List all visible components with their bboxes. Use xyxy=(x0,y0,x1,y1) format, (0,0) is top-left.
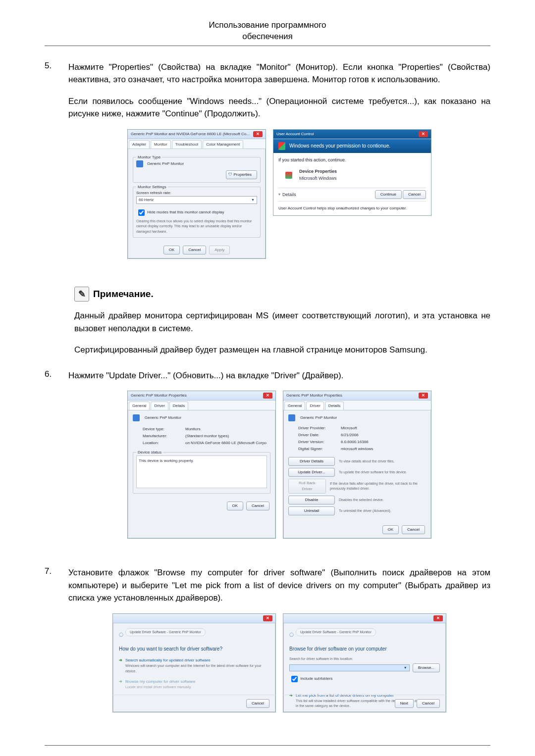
next-button[interactable]: Next xyxy=(395,699,414,708)
uac-details-label[interactable]: Details xyxy=(282,192,296,199)
uac-title: User Account Control xyxy=(276,131,314,137)
monitor-settings-legend: Monitor Settings xyxy=(136,184,168,190)
monitor-icon xyxy=(288,414,295,421)
apply-button[interactable]: Apply xyxy=(209,246,230,254)
driver-provider-key: Driver Provider: xyxy=(298,425,337,431)
tab-details[interactable]: Details xyxy=(325,402,344,410)
digital-signer-key: Digital Signer: xyxy=(298,446,337,452)
cancel-button[interactable]: Cancel xyxy=(183,246,206,254)
cancel-button[interactable]: Cancel xyxy=(403,190,426,199)
back-icon[interactable]: ◯ xyxy=(119,632,123,638)
step-5: 5. Нажмите "Properties" (Свойства) на вк… xyxy=(45,61,490,272)
monitor-type-value: Generic PnP Monitor xyxy=(147,161,184,167)
note-block: ✎ Примечание. Данный драйвер монитора се… xyxy=(74,287,490,356)
step-5-figures: Generic PnP Monitor and NVIDIA GeForce 6… xyxy=(68,129,490,259)
dialog-a-titlebar: Generic PnP Monitor and NVIDIA GeForce 6… xyxy=(128,130,266,139)
uninstall-button[interactable]: Uninstall xyxy=(288,506,335,515)
tab-general[interactable]: General xyxy=(284,402,305,410)
tab-monitor[interactable]: Monitor xyxy=(151,140,171,149)
program-icon xyxy=(285,172,292,179)
back-icon[interactable]: ◯ xyxy=(289,632,294,638)
ok-button[interactable]: OK xyxy=(163,246,180,254)
properties-button[interactable]: 🛡 Properties xyxy=(226,170,257,179)
dialog-driver-tabs: General Driver Details xyxy=(283,401,431,410)
device-type-key: Device type: xyxy=(143,426,181,432)
path-dropdown[interactable]: ▼ xyxy=(289,664,410,672)
device-name: Generic PnP Monitor xyxy=(300,415,337,421)
step-6-para-1: Нажмите "Update Driver..." (Обновить...)… xyxy=(68,369,490,382)
refresh-rate-dropdown[interactable]: 60 Hertz ▼ xyxy=(136,196,257,204)
cancel-button[interactable]: Cancel xyxy=(402,525,425,534)
close-icon[interactable]: ✕ xyxy=(263,615,272,621)
page-header: Использование программного обеспечения xyxy=(45,20,490,46)
shield-icon: 🛡 xyxy=(228,172,232,177)
tab-general[interactable]: General xyxy=(129,402,150,410)
tab-driver[interactable]: Driver xyxy=(306,402,323,410)
uac-banner-text: Windows needs your permission to contion… xyxy=(289,142,390,150)
dialog-update-wizard-browse: ✕ ◯ Update Driver Software - Generic PnP… xyxy=(283,613,446,712)
dialog-monitor-advanced: Generic PnP Monitor and NVIDIA GeForce 6… xyxy=(127,129,266,259)
dialog-a-title: Generic PnP Monitor and NVIDIA GeForce 6… xyxy=(131,131,250,137)
wizard-a-buttons: Cancel xyxy=(113,695,275,712)
manufacturer-key: Manufacturer: xyxy=(143,433,181,439)
driver-provider-value: Microsoft xyxy=(341,425,357,431)
dialog-driver-pane: Generic PnP Monitor Driver Provider:Micr… xyxy=(283,410,431,521)
close-icon[interactable]: ✕ xyxy=(253,131,263,137)
step-5-para-1: Нажмите "Properties" (Свойства) на вклад… xyxy=(68,61,490,86)
shield-icon xyxy=(278,142,285,150)
cancel-button[interactable]: Cancel xyxy=(417,699,440,708)
include-subfolders-checkbox[interactable]: Include subfolders xyxy=(289,676,332,681)
cancel-button[interactable]: Cancel xyxy=(246,699,269,708)
tab-troubleshoot[interactable]: Troubleshoot xyxy=(172,140,202,149)
wizard-a-option-auto[interactable]: ➔ Search automatically for updated drive… xyxy=(119,657,269,674)
driver-date-value: 6/21/2006 xyxy=(341,432,359,438)
roll-back-driver-button[interactable]: Roll Back Driver xyxy=(288,479,326,494)
driver-details-button[interactable]: Driver Details xyxy=(288,457,335,466)
chevron-down-icon: ▾ xyxy=(278,192,280,198)
disable-button[interactable]: Disable xyxy=(288,496,335,504)
close-icon[interactable]: ✕ xyxy=(433,615,443,621)
wizard-a-question: How do you want to search for driver sof… xyxy=(119,645,269,653)
dialog-a-pane: Monitor Type Generic PnP Monitor xyxy=(128,149,266,242)
step-7-para-1: Установите флажок "Browse my computer fo… xyxy=(68,566,490,605)
continue-button[interactable]: Continue xyxy=(375,190,402,199)
close-icon[interactable]: ✕ xyxy=(263,393,272,399)
note-para-1: Данный драйвер монитора сертифицирован M… xyxy=(74,309,490,335)
ok-button[interactable]: OK xyxy=(382,525,399,534)
close-icon[interactable]: ✕ xyxy=(419,131,428,137)
tab-adapter[interactable]: Adapter xyxy=(129,140,150,149)
close-icon[interactable]: ✕ xyxy=(419,393,428,399)
hide-modes-checkbox-input[interactable] xyxy=(138,209,145,216)
wizard-a-option-browse-title: Browse my computer for driver software xyxy=(125,679,195,685)
browse-button[interactable]: Browse... xyxy=(413,663,440,672)
tab-color-management[interactable]: Color Management xyxy=(203,140,243,149)
device-status-text: This device is working properly. xyxy=(139,458,194,463)
driver-details-text: To view details about the driver files. xyxy=(339,459,394,464)
hide-modes-description: Clearing this check box allows you to se… xyxy=(136,219,257,235)
dialog-general-pane: Generic PnP Monitor Device type:Monitors… xyxy=(128,410,275,498)
wizard-a-content: ◯ Update Driver Software - Generic PnP M… xyxy=(113,623,275,700)
tab-driver[interactable]: Driver xyxy=(151,402,168,410)
location-key: Location: xyxy=(143,440,181,446)
header-line1: Использование программного xyxy=(209,20,326,30)
dialog-a-buttons: OK Cancel Apply xyxy=(128,242,266,258)
hide-modes-checkbox[interactable]: Hide modes that this monitor cannot disp… xyxy=(136,210,224,214)
roll-back-driver-text: If the device fails after updating the d… xyxy=(330,481,426,492)
hide-modes-label: Hide modes that this monitor cannot disp… xyxy=(147,210,224,214)
cancel-button[interactable]: Cancel xyxy=(246,502,269,510)
dialog-driver-title: Generic PnP Monitor Properties xyxy=(286,393,342,399)
page-footer-rule xyxy=(45,745,490,746)
include-subfolders-input[interactable] xyxy=(291,676,298,682)
note-heading: Примечание. xyxy=(93,289,154,300)
dialog-general-buttons: OK Cancel xyxy=(128,498,275,514)
wizard-a-option-browse-desc: Locate and install driver software manua… xyxy=(125,685,195,690)
monitor-settings-group: Monitor Settings Screen refresh rate: 60… xyxy=(133,187,261,238)
wizard-a-option-auto-desc: Windows will search your computer and th… xyxy=(125,663,269,674)
device-status-textarea[interactable]: This device is working properly. xyxy=(136,455,267,488)
wizard-a-option-browse[interactable]: ➔ Browse my computer for driver software… xyxy=(119,679,269,690)
device-type-value: Monitors xyxy=(185,426,201,432)
update-driver-button[interactable]: Update Driver... xyxy=(288,468,335,477)
header-line2: обеспечения xyxy=(242,32,292,41)
ok-button[interactable]: OK xyxy=(227,502,244,510)
tab-details[interactable]: Details xyxy=(169,402,188,410)
